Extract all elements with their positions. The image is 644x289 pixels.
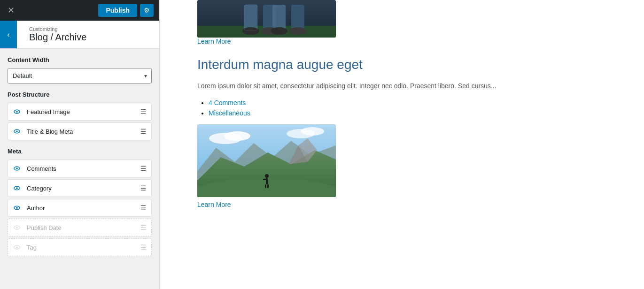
eye-icon-title-blog-meta — [13, 127, 22, 136]
post-meta-list: 4 Comments Miscellaneous — [197, 99, 625, 117]
post-image-feet — [197, 0, 625, 38]
publish-button[interactable]: Publish — [98, 4, 137, 17]
eye-icon-author — [13, 203, 22, 213]
drag-handle-comments[interactable]: ☰ — [140, 165, 147, 172]
top-bar: ✕ Publish ⚙ — [0, 0, 159, 21]
eye-icon-featured-image — [13, 107, 22, 116]
drag-handle-author[interactable]: ☰ — [140, 204, 147, 212]
close-button[interactable]: ✕ — [6, 3, 16, 17]
panel-content: Content Width Default Full Width Narrow … — [0, 49, 159, 289]
svg-point-22 — [271, 27, 287, 35]
svg-rect-39 — [267, 184, 269, 188]
svg-point-27 — [224, 131, 250, 141]
svg-point-5 — [16, 167, 18, 169]
title-blog-meta-label: Title & Blog Meta — [27, 128, 140, 135]
breadcrumb-text: Customizing Blog / Archive — [24, 26, 86, 43]
content-width-select-wrapper: Default Full Width Narrow — [8, 68, 152, 84]
svg-point-23 — [289, 27, 306, 35]
svg-point-13 — [16, 246, 18, 248]
eye-icon-tag — [13, 243, 22, 252]
drag-row-comments[interactable]: Comments ☰ — [8, 160, 152, 177]
preview-panel: Learn More Interdum magna augue eget Lor… — [160, 0, 644, 289]
drag-handle-publish-date[interactable]: ☰ — [140, 224, 147, 231]
comments-label: Comments — [27, 165, 140, 172]
drag-row-title-blog-meta[interactable]: Title & Blog Meta ☰ — [8, 122, 152, 140]
drag-row-tag[interactable]: Tag ☰ — [8, 238, 152, 256]
drag-handle-featured-image[interactable]: ☰ — [140, 108, 147, 115]
svg-point-7 — [16, 187, 18, 189]
drag-row-category[interactable]: Category ☰ — [8, 179, 152, 197]
category-link[interactable]: Miscellaneous — [209, 109, 250, 117]
eye-icon-comments — [13, 164, 22, 173]
eye-icon-publish-date — [13, 223, 22, 232]
post-title: Interdum magna augue eget — [197, 56, 625, 73]
svg-rect-19 — [291, 5, 304, 30]
post-structure-items: Featured Image ☰ Title & Blog Meta ☰ — [8, 103, 152, 140]
featured-image-label: Featured Image — [27, 108, 140, 115]
category-label: Category — [27, 185, 140, 192]
breadcrumb-title: Blog / Archive — [29, 32, 86, 43]
publish-date-label: Publish Date — [27, 224, 140, 231]
back-button[interactable]: ‹ — [0, 21, 17, 48]
svg-point-29 — [301, 127, 324, 136]
left-panel: ✕ Publish ⚙ ‹ Customizing Blog / Archive… — [0, 0, 160, 289]
meta-items: Comments ☰ Category ☰ — [8, 160, 152, 256]
svg-rect-16 — [244, 5, 257, 30]
learn-more-link-1[interactable]: Learn More — [197, 38, 625, 45]
gear-button[interactable]: ⚙ — [140, 4, 154, 17]
drag-handle-category[interactable]: ☰ — [140, 184, 147, 192]
top-bar-actions: Publish ⚙ — [98, 4, 154, 17]
post-structure-label: Post Structure — [8, 91, 152, 98]
svg-rect-37 — [263, 179, 267, 180]
svg-rect-18 — [272, 5, 286, 30]
learn-more-link-2[interactable]: Learn More — [197, 201, 625, 208]
comments-link[interactable]: 4 Comments — [209, 99, 246, 106]
post-excerpt: Lorem ipsum dolor sit amet, consectetur … — [197, 81, 625, 91]
drag-row-author[interactable]: Author ☰ — [8, 199, 152, 217]
post-image-mountain — [197, 124, 625, 197]
meta-label: Meta — [8, 148, 152, 155]
svg-point-11 — [16, 227, 18, 228]
drag-handle-title-blog-meta[interactable]: ☰ — [140, 128, 147, 135]
drag-row-publish-date[interactable]: Publish Date ☰ — [8, 219, 152, 236]
breadcrumb: ‹ Customizing Blog / Archive — [0, 21, 159, 49]
svg-point-20 — [242, 27, 259, 35]
drag-row-featured-image[interactable]: Featured Image ☰ — [8, 103, 152, 121]
breadcrumb-sub: Customizing — [29, 26, 86, 32]
svg-point-35 — [265, 174, 269, 178]
meta-comments: 4 Comments — [209, 99, 625, 106]
svg-point-3 — [16, 130, 18, 132]
content-width-select[interactable]: Default Full Width Narrow — [8, 68, 152, 84]
content-width-label: Content Width — [8, 56, 152, 63]
eye-icon-category — [13, 183, 22, 193]
svg-point-1 — [16, 111, 18, 113]
meta-category: Miscellaneous — [209, 109, 625, 117]
svg-point-9 — [16, 207, 18, 209]
drag-handle-tag[interactable]: ☰ — [140, 243, 147, 251]
tag-label: Tag — [27, 244, 140, 251]
svg-rect-38 — [265, 184, 266, 188]
author-label: Author — [27, 205, 140, 212]
